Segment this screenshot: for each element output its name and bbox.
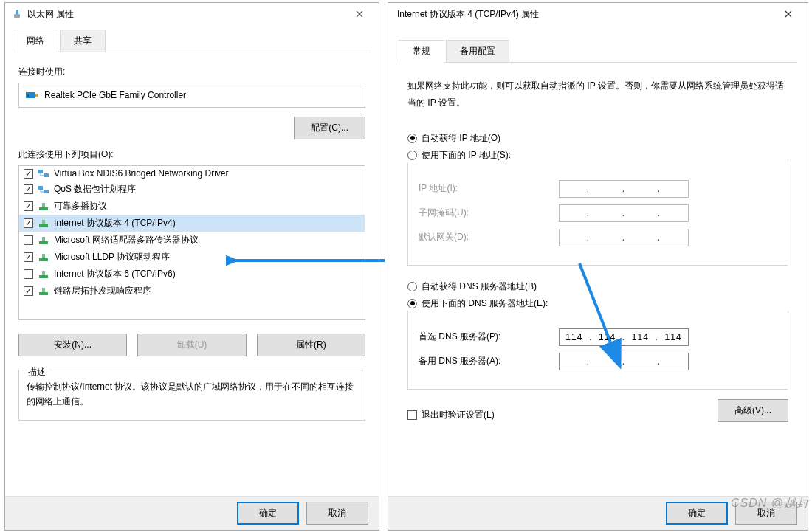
- svg-rect-5: [38, 170, 43, 173]
- list-item-label: QoS 数据包计划程序: [54, 183, 136, 196]
- svg-rect-18: [42, 271, 45, 275]
- checkbox-icon[interactable]: [24, 169, 33, 179]
- adapter-name: Realtek PCIe GbE Family Controller: [44, 90, 186, 100]
- tab-alt-config[interactable]: 备用配置: [446, 40, 509, 63]
- install-button[interactable]: 安装(N)...: [18, 334, 127, 356]
- dns-preferred-label: 首选 DNS 服务器(P):: [419, 331, 559, 343]
- items-list[interactable]: VirtualBox NDIS6 Bridged Networking Driv…: [18, 165, 365, 320]
- protocol-icon: [38, 235, 49, 246]
- dialog-footer: 确定 取消: [5, 496, 379, 530]
- svg-rect-7: [38, 186, 43, 190]
- dialog-title: Internet 协议版本 4 (TCP/IPv4) 属性: [397, 8, 774, 21]
- list-item-label: Microsoft LLDP 协议驱动程序: [54, 251, 170, 263]
- radio-icon: [407, 134, 417, 143]
- adapter-box: Realtek PCIe GbE Family Controller: [18, 83, 365, 108]
- svg-rect-14: [42, 237, 45, 241]
- tabset: 网络 共享: [13, 30, 371, 52]
- checkbox-icon[interactable]: [24, 252, 33, 262]
- subnet-mask-label: 子网掩码(U):: [419, 207, 559, 219]
- ethernet-properties-dialog: 以太网 属性 网络 共享 连接时使用: Realtek PCIe GbE Fam…: [4, 2, 379, 531]
- svg-rect-4: [27, 94, 29, 97]
- radio-label: 自动获得 IP 地址(O): [422, 132, 500, 145]
- close-button[interactable]: [345, 4, 374, 24]
- radio-ip-manual[interactable]: 使用下面的 IP 地址(S):: [407, 149, 788, 162]
- list-item[interactable]: QoS 数据包计划程序: [19, 181, 365, 198]
- checkbox-icon[interactable]: [24, 184, 33, 194]
- titlebar: Internet 协议版本 4 (TCP/IPv4) 属性: [388, 3, 808, 25]
- list-item[interactable]: Internet 协议版本 4 (TCP/IPv4): [19, 215, 365, 232]
- subnet-mask-input: ...: [559, 204, 689, 222]
- checkbox-icon[interactable]: [24, 286, 33, 296]
- svg-rect-1: [14, 14, 20, 18]
- checkbox-label: 退出时验证设置(L): [422, 409, 495, 421]
- service-icon: [38, 168, 49, 179]
- ip-address-label: IP 地址(I):: [419, 182, 559, 195]
- titlebar: 以太网 属性: [5, 3, 379, 25]
- tab-network[interactable]: 网络: [13, 30, 58, 52]
- validate-on-exit-checkbox[interactable]: 退出时验证设置(L): [407, 409, 495, 421]
- service-icon: [38, 184, 49, 195]
- checkbox-icon[interactable]: [24, 269, 33, 279]
- gateway-label: 默认网关(D):: [419, 231, 559, 243]
- uninstall-button: 卸载(U): [137, 334, 246, 356]
- cancel-button[interactable]: 取消: [735, 502, 797, 525]
- list-item[interactable]: 链路层拓扑发现响应程序: [19, 283, 365, 300]
- svg-rect-12: [42, 220, 45, 224]
- ip-address-input: ...: [559, 180, 689, 198]
- svg-rect-0: [16, 10, 18, 14]
- radio-dns-manual[interactable]: 使用下面的 DNS 服务器地址(E):: [407, 297, 788, 310]
- checkbox-icon[interactable]: [24, 218, 33, 228]
- gateway-input: ...: [559, 229, 689, 246]
- close-icon: [785, 10, 792, 18]
- svg-rect-6: [44, 173, 49, 177]
- svg-rect-17: [39, 275, 48, 278]
- list-item[interactable]: Microsoft LLDP 协议驱动程序: [19, 249, 365, 266]
- cancel-button[interactable]: 取消: [306, 502, 368, 525]
- radio-icon: [407, 299, 417, 308]
- ip-field-group: IP 地址(I):... 子网掩码(U):... 默认网关(D):...: [407, 163, 788, 266]
- radio-dns-auto[interactable]: 自动获得 DNS 服务器地址(B): [407, 280, 788, 293]
- checkbox-icon: [407, 410, 417, 420]
- properties-button[interactable]: 属性(R): [257, 334, 365, 356]
- nic-icon: [25, 90, 38, 100]
- ok-button[interactable]: 确定: [666, 502, 728, 525]
- list-item-label: Microsoft 网络适配器多路传送器协议: [54, 234, 199, 246]
- svg-rect-19: [39, 292, 48, 295]
- protocol-icon: [38, 286, 49, 297]
- protocol-icon: [38, 269, 49, 280]
- dns-alternate-input[interactable]: ...: [559, 353, 689, 370]
- dialog-title: 以太网 属性: [27, 8, 345, 21]
- radio-label: 使用下面的 DNS 服务器地址(E):: [422, 297, 548, 310]
- description-legend: 描述: [25, 365, 49, 379]
- tab-general[interactable]: 常规: [399, 40, 444, 63]
- advanced-button[interactable]: 高级(V)...: [718, 399, 788, 422]
- configure-button[interactable]: 配置(C)...: [294, 117, 365, 139]
- connect-using-label: 连接时使用:: [18, 66, 365, 78]
- list-item-label: Internet 协议版本 6 (TCP/IPv6): [54, 268, 176, 280]
- dns-alternate-label: 备用 DNS 服务器(A):: [419, 355, 559, 367]
- checkbox-icon[interactable]: [24, 235, 33, 245]
- svg-rect-15: [39, 258, 48, 261]
- items-label: 此连接使用下列项目(O):: [18, 148, 365, 161]
- list-item[interactable]: Microsoft 网络适配器多路传送器协议: [19, 232, 365, 249]
- dns-preferred-input[interactable]: 114. 114. 114. 114: [559, 328, 689, 346]
- tabset: 常规 备用配置: [399, 40, 797, 63]
- dns-field-group: 首选 DNS 服务器(P): 114. 114. 114. 114 备用 DNS…: [407, 311, 788, 390]
- list-item[interactable]: VirtualBox NDIS6 Bridged Networking Driv…: [19, 166, 365, 181]
- description-group: 描述 传输控制协议/Internet 协议。该协议是默认的广域网络协议，用于在不…: [18, 370, 365, 421]
- svg-rect-2: [26, 92, 35, 98]
- close-icon: [356, 10, 363, 18]
- list-item[interactable]: 可靠多播协议: [19, 198, 365, 215]
- svg-rect-9: [39, 207, 48, 210]
- list-item[interactable]: Internet 协议版本 6 (TCP/IPv6): [19, 266, 365, 283]
- close-button[interactable]: [774, 4, 803, 24]
- radio-icon: [407, 151, 417, 160]
- radio-ip-auto[interactable]: 自动获得 IP 地址(O): [407, 132, 788, 145]
- radio-label: 使用下面的 IP 地址(S):: [422, 149, 511, 162]
- network-adapter-icon: [11, 8, 23, 20]
- list-item-label: 可靠多播协议: [54, 200, 107, 213]
- checkbox-icon[interactable]: [24, 201, 33, 211]
- tab-sharing[interactable]: 共享: [60, 30, 106, 52]
- ok-button[interactable]: 确定: [237, 502, 299, 525]
- svg-rect-20: [42, 288, 45, 292]
